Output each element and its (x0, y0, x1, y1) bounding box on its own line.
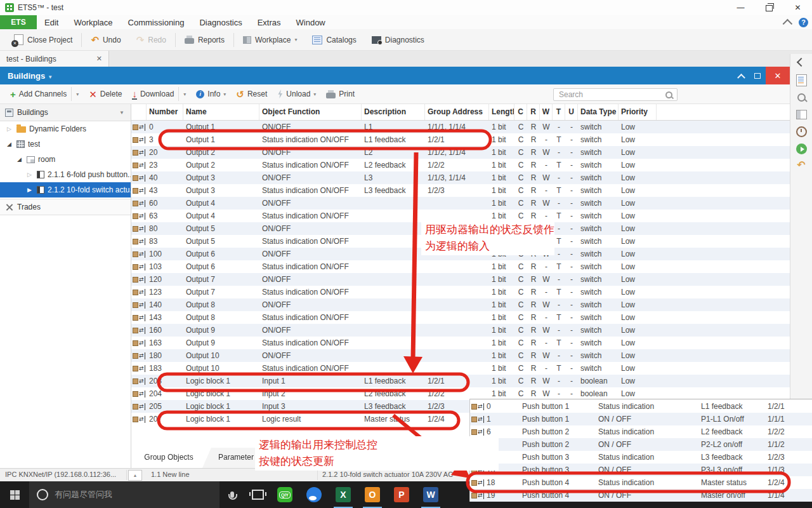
run-icon[interactable] (796, 144, 807, 154)
tree-expander-icon[interactable]: ▷ (5, 126, 13, 132)
table-row[interactable]: ⇄183Output 10Status indication ON/OFF1 b… (131, 362, 790, 375)
table-row[interactable]: ⇄40Output 3ON/OFFL31/1/3, 1/1/41 bitCRW-… (131, 171, 790, 184)
table-row[interactable]: ⇄140Output 8ON/OFF1 bitCRW--switchLow (131, 298, 790, 311)
tab-group-objects[interactable]: Group Objects (131, 448, 206, 468)
column-header-object-function[interactable]: Object Function (259, 104, 362, 120)
chevron-down-icon[interactable]: ▾ (183, 91, 186, 97)
table-row[interactable]: ⇄203Logic block 1Input 1L1 feedback1/2/1… (131, 375, 790, 387)
tab-test-buildings[interactable]: test - Buildings ✕ (0, 51, 109, 67)
table-row[interactable]: ⇄163Output 9Status indication ON/OFF1 bi… (131, 337, 790, 349)
sidebar-item-dynamic-folders[interactable]: ▷Dynamic Folders (0, 121, 131, 137)
close-project-button[interactable]: Close Project (6, 32, 80, 48)
panel-title[interactable]: Buildings▼ (8, 71, 53, 81)
tab-close-icon[interactable]: ✕ (96, 55, 102, 63)
table-row[interactable]: ⇄80Output 5ON/OFF1 bitCRW--switchLow (131, 222, 790, 235)
panel-close-button[interactable]: ✕ (766, 67, 790, 84)
iqiyi-taskbar-button[interactable]: QIY (270, 481, 299, 508)
column-header-group-address[interactable]: Group Address (425, 104, 489, 120)
menu-item-commissioning[interactable]: Commissioning (121, 15, 192, 29)
qq-browser-taskbar-button[interactable] (299, 481, 329, 508)
info-button[interactable]: iInfo▾ (191, 90, 231, 98)
column-header-c[interactable]: C (514, 104, 527, 120)
table-row[interactable]: ⇄100Output 6ON/OFF1 bitCRW--switchLow (131, 248, 790, 260)
popup-table-row[interactable]: ⇄12Push button 3Status indicationL3 feed… (470, 451, 812, 464)
menu-item-diagnostics[interactable]: Diagnostics (192, 15, 249, 29)
chevron-down-icon[interactable]: ▼ (119, 110, 124, 116)
catalogs-button[interactable]: Catalogs (304, 32, 363, 48)
popup-table-row[interactable]: ⇄18Push button 4Status indicationMaster … (470, 476, 812, 489)
column-header-r[interactable]: R (527, 104, 540, 120)
column-header-length[interactable]: Length (489, 104, 514, 120)
workplace-panel-icon[interactable] (796, 110, 807, 119)
reports-button[interactable]: Reports (177, 32, 232, 48)
popup-table-row[interactable]: ⇄13Push button 3ON / OFFP3-L3 on/off1/1/… (470, 464, 812, 476)
column-header-description[interactable]: Description (362, 104, 425, 120)
task-view-button[interactable] (245, 481, 270, 508)
menu-item-edit[interactable]: Edit (37, 15, 66, 29)
menu-item-window[interactable]: Window (289, 15, 333, 29)
column-header-name[interactable]: Name (183, 104, 259, 120)
panel-collapse-button[interactable] (733, 73, 749, 79)
table-row[interactable]: ⇄20Output 2ON/OFFL21/1/2, 1/1/41 bitCRW-… (131, 146, 790, 159)
window-restore-button[interactable] (755, 0, 783, 15)
interface-expand-button[interactable]: ▲ (128, 470, 142, 481)
undo-button[interactable]: ↶Undo (83, 32, 128, 48)
sidebar-item-trades[interactable]: Trades (0, 199, 131, 215)
chevron-left-icon[interactable] (797, 58, 806, 67)
table-row[interactable]: ⇄204Logic block 1Input 2L2 feedback1/2/2… (131, 387, 790, 400)
sidebar-item-room[interactable]: ◢room (0, 152, 131, 167)
column-header-t[interactable]: T (553, 104, 565, 120)
column-header-data-type[interactable]: Data Type (578, 104, 619, 120)
table-row[interactable]: ⇄83Output 5Status indication ON/OFF1 bit… (131, 235, 790, 248)
table-row[interactable]: ⇄120Output 7ON/OFF1 bitCRW--switchLow (131, 273, 790, 286)
column-header-w[interactable]: W (540, 104, 553, 120)
sidebar-item-test[interactable]: ◢test (0, 137, 131, 152)
table-header-row[interactable]: Number▲NameObject FunctionDescriptionGro… (131, 104, 790, 121)
chevron-down-icon[interactable]: ▾ (223, 91, 226, 97)
microphone-button[interactable] (219, 481, 245, 508)
menu-item-extras[interactable]: Extras (250, 15, 289, 29)
delete-button[interactable]: ✕Delete (84, 90, 127, 99)
interface-status[interactable]: IPC KNXNet/IP (192.168.0.112:36... (5, 471, 126, 478)
diagnostics-button[interactable]: Diagnostics (364, 32, 432, 48)
window-close-button[interactable]: ✕ (783, 0, 812, 15)
popup-table-row[interactable]: ⇄1Push button 1ON / OFFP1-L1 On/off1/1/1 (470, 413, 812, 425)
table-row[interactable]: ⇄160Output 9ON/OFF1 bitCRW--switchLow (131, 324, 790, 337)
search-input[interactable] (553, 88, 678, 101)
project-report-icon[interactable] (796, 74, 807, 86)
tab-parameter[interactable]: Parameter (202, 448, 270, 468)
column-header-u[interactable]: U (565, 104, 578, 120)
table-row[interactable]: ⇄63Output 4Status indication ON/OFF1 bit… (131, 210, 790, 222)
find-icon[interactable] (797, 93, 806, 102)
panel-maximize-button[interactable] (749, 73, 766, 79)
pending-operations-icon[interactable] (796, 126, 807, 137)
table-row[interactable]: ⇄60Output 4ON/OFF1 bitCRW--switchLow (131, 197, 790, 210)
powerpoint-taskbar-button[interactable]: P (387, 481, 416, 508)
chevron-down-icon[interactable]: ▾ (313, 91, 316, 97)
window-minimize-button[interactable]: — (726, 0, 755, 15)
table-row[interactable]: ⇄3Output 1Status indication ON/OFFL1 fee… (131, 133, 790, 146)
tree-expander-icon[interactable]: ▶ (25, 187, 34, 193)
undo-history-icon[interactable]: ↶ (790, 160, 812, 170)
ets-menu-button[interactable]: ETS (0, 15, 37, 29)
start-button[interactable] (0, 481, 29, 508)
table-row[interactable]: ⇄143Output 8Status indication ON/OFF1 bi… (131, 311, 790, 324)
unload-button[interactable]: Unload▾ (272, 90, 321, 98)
popup-table-row[interactable]: ⇄7Push button 2ON / OFFP2-L2 on/off1/1/2 (470, 438, 812, 451)
word-taskbar-button[interactable]: W (416, 481, 445, 508)
redo-button[interactable]: ↷Redo (129, 32, 174, 48)
chevron-down-icon[interactable]: ▾ (76, 91, 79, 97)
menu-item-workplace[interactable]: Workplace (66, 15, 120, 29)
table-row[interactable]: ⇄103Output 6Status indication ON/OFF1 bi… (131, 260, 790, 273)
excel-taskbar-button[interactable]: X (329, 481, 358, 508)
column-header-number[interactable]: Number▲ (147, 104, 183, 120)
popup-table-row[interactable]: ⇄6Push button 2Status indicationL2 feedb… (470, 425, 812, 438)
table-row[interactable]: ⇄180Output 10ON/OFF1 bitCRW--switchLow (131, 349, 790, 362)
add-channels-button[interactable]: +Add Channels▾ (5, 87, 84, 101)
table-row[interactable]: ⇄23Output 2Status indication ON/OFFL2 fe… (131, 159, 790, 171)
column-header-priority[interactable]: Priority (619, 104, 657, 120)
table-row[interactable]: ⇄123Output 7Status indication ON/OFF1 bi… (131, 286, 790, 298)
popup-table-row[interactable]: ⇄19Push button 4ON / OFFMaster on/off1/1… (470, 489, 812, 502)
reset-button[interactable]: ↺Reset (231, 90, 272, 99)
popup-table-row[interactable]: ⇄0Push button 1Status indicationL1 feedb… (470, 400, 812, 413)
